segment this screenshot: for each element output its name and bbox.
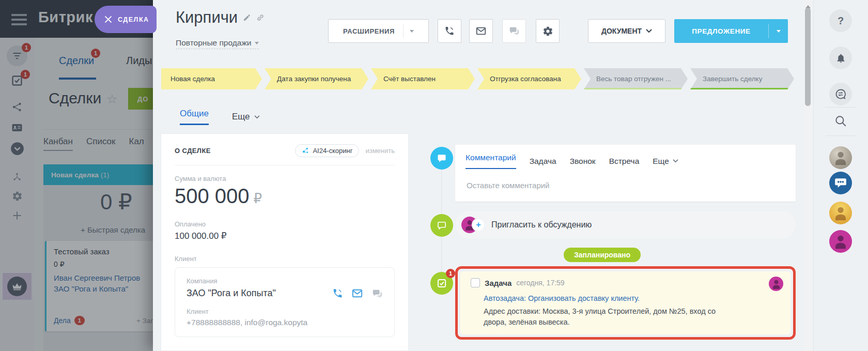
stage-goods-shipped[interactable]: Весь товар отгружен ... xyxy=(584,68,688,89)
company-link[interactable]: ЗАО "Рога и Копыта" xyxy=(187,288,276,299)
invite-label: Пригласить к обсуждению xyxy=(491,220,592,230)
stage-invoice[interactable]: Счёт выставлен xyxy=(371,68,475,89)
company-label: Компания xyxy=(187,277,383,285)
messenger-icon[interactable] xyxy=(829,83,852,105)
tab-call[interactable]: Звонок xyxy=(570,153,596,169)
chevron-down-icon xyxy=(646,29,652,33)
stage-bar: Новая сделка Дата закупки получена Счёт … xyxy=(161,68,794,89)
deal-toolbar: РАСШИРЕНИЯ ДОКУМЕНТ ПРЕДЛОЖЕНИЕ xyxy=(328,19,788,43)
discussion-node-icon xyxy=(430,214,453,237)
deal-sum: 500 000₽ xyxy=(175,185,395,207)
slider-tab[interactable]: СДЕЛКА xyxy=(95,6,157,33)
deal-title: Кирпичи xyxy=(176,8,265,27)
stage-close-deal[interactable]: Завершить сделку xyxy=(690,68,794,89)
edit-link[interactable]: изменить xyxy=(365,147,395,155)
stage-new-deal[interactable]: Новая сделка xyxy=(161,68,262,89)
divider xyxy=(403,24,404,38)
gear-button[interactable] xyxy=(536,19,560,43)
task-type: Задача xyxy=(485,279,512,287)
new-activity-card: Комментарий Задача Звонок Встреча Еще xyxy=(455,145,796,202)
divider xyxy=(825,135,856,136)
scrollbar[interactable] xyxy=(804,0,812,351)
tab-more[interactable]: Еще xyxy=(232,109,260,125)
invite-to-discussion[interactable]: + Пригласить к обсуждению xyxy=(455,211,796,239)
pipeline-selector[interactable]: Повторные продажи xyxy=(176,38,259,49)
mail-button[interactable] xyxy=(469,19,493,43)
tab-general[interactable]: Общие xyxy=(180,109,209,125)
task-title-link[interactable]: Автозадача: Организовать доставку клиент… xyxy=(484,294,780,302)
proposal-button[interactable]: ПРЕДЛОЖЕНИЕ xyxy=(674,19,788,43)
document-button[interactable]: ДОКУМЕНТ xyxy=(588,19,665,43)
tab-task[interactable]: Задача xyxy=(530,153,556,169)
phone-icon[interactable] xyxy=(332,288,343,299)
right-rail: ? xyxy=(813,0,868,351)
ai-scoring-button[interactable]: AI24-скоринг xyxy=(295,144,359,157)
chevron-down-icon xyxy=(673,159,678,163)
caret-down-icon xyxy=(777,30,781,35)
link-icon[interactable] xyxy=(256,13,265,22)
edit-icon[interactable] xyxy=(243,13,251,22)
divider xyxy=(175,165,395,165)
caret-down-icon xyxy=(255,42,259,47)
proposal-dropdown[interactable] xyxy=(769,28,788,35)
about-title: О СДЕЛКЕ xyxy=(175,147,211,155)
task-counter-badge: 1 xyxy=(446,269,455,278)
scrollbar-thumb[interactable] xyxy=(805,8,811,106)
task-checkbox[interactable] xyxy=(471,278,480,287)
deal-tabs: Общие Еще xyxy=(180,109,260,125)
help-icon[interactable]: ? xyxy=(829,9,852,32)
slider-tab-label: СДЕЛКА xyxy=(118,16,149,23)
client-label: Клиент xyxy=(175,255,395,263)
task-time: сегодня, 17:59 xyxy=(516,279,564,287)
dim-overlay xyxy=(0,0,153,351)
sum-label: Сумма и валюта xyxy=(175,175,395,182)
task-card[interactable]: Задача сегодня, 17:59 Автозадача: Органи… xyxy=(460,271,791,334)
background-page: Битрик 1 1 xyxy=(0,0,153,351)
bell-icon[interactable] xyxy=(829,47,852,69)
chat-icon[interactable] xyxy=(371,288,383,299)
extensions-button[interactable]: РАСШИРЕНИЯ xyxy=(328,19,429,43)
stage-purchase-date[interactable]: Дата закупки получена xyxy=(265,68,368,89)
currency-symbol: ₽ xyxy=(254,191,262,206)
task-description: Адрес доставки: Москва, 3-я улица Строит… xyxy=(484,306,737,328)
tab-comment[interactable]: Комментарий xyxy=(466,153,516,169)
task-node-icon: 1 xyxy=(430,272,453,295)
search-icon[interactable] xyxy=(829,110,852,132)
user-avatar[interactable] xyxy=(829,202,852,224)
timeline: 1 Комментарий Задача Звонок Встреча Еще xyxy=(430,133,796,351)
group-chat-avatar[interactable] xyxy=(829,172,852,194)
paid-value: 100 000.00 ₽ xyxy=(175,231,395,241)
paid-label: Оплачено xyxy=(175,220,395,228)
comment-node-icon xyxy=(430,147,453,170)
chat-button[interactable] xyxy=(502,19,526,43)
caret-down-icon xyxy=(410,30,414,35)
client-field-label: Клиент xyxy=(187,308,383,315)
user-avatar[interactable] xyxy=(829,146,852,169)
avatar xyxy=(769,277,783,291)
user-avatar[interactable] xyxy=(829,230,852,253)
about-deal-card: О СДЕЛКЕ AI24-скоринг изменить Сумма и в… xyxy=(161,133,409,351)
highlighted-task: Задача сегодня, 17:59 Автозадача: Органи… xyxy=(455,266,796,340)
close-icon[interactable] xyxy=(105,16,112,23)
add-user-icon: + xyxy=(473,219,484,231)
client-contacts[interactable]: +78888888888, info@roga.kopyta xyxy=(187,318,383,327)
divider xyxy=(825,107,856,108)
comment-input[interactable] xyxy=(466,180,771,190)
deal-slider: Кирпичи Повторные продажи РАСШИРЕНИЯ xyxy=(153,0,814,351)
chevron-down-icon xyxy=(254,115,260,119)
stage-shipping-approved[interactable]: Отгрузка согласована xyxy=(477,68,581,89)
screen: Битрик 1 1 xyxy=(0,0,868,351)
phone-button[interactable] xyxy=(438,19,461,43)
molecule-icon xyxy=(302,147,309,155)
tab-meeting[interactable]: Встреча xyxy=(609,153,640,169)
tab-more-activities[interactable]: Еще xyxy=(653,153,678,169)
activity-tabs: Комментарий Задача Звонок Встреча Еще xyxy=(466,153,785,169)
mail-icon[interactable] xyxy=(351,287,363,299)
client-card: Компания ЗАО "Рога и Копыта" xyxy=(175,267,395,337)
planned-badge: Запланировано xyxy=(564,248,641,262)
